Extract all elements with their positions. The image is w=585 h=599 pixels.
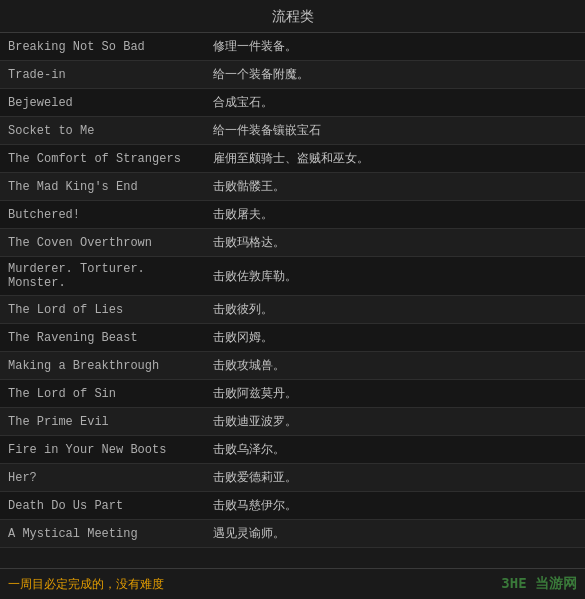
table-row: The Lord of Sin击败阿兹莫丹。 [0,380,585,408]
quest-desc: 给一个装备附魔。 [205,61,585,89]
table-row: The Lord of Lies击败彼列。 [0,296,585,324]
quest-desc: 击败彼列。 [205,296,585,324]
table-row: Butchered!击败屠夫。 [0,201,585,229]
quest-name: Murderer. Torturer. Monster. [0,257,205,296]
quest-name: The Lord of Sin [0,380,205,408]
quest-desc: 击败佐敦库勒。 [205,257,585,296]
table-header: 流程类 [0,0,585,33]
quest-name: The Coven Overthrown [0,229,205,257]
watermark: 3HE 当游网 [501,575,577,593]
quest-name: Bejeweled [0,89,205,117]
quest-name: Butchered! [0,201,205,229]
table-row: Making a Breakthrough击败攻城兽。 [0,352,585,380]
quest-desc: 击败冈姆。 [205,324,585,352]
table-row: The Prime Evil击败迪亚波罗。 [0,408,585,436]
quest-table: Breaking Not So Bad修理一件装备。Trade-in给一个装备附… [0,33,585,548]
table-row: Death Do Us Part击败马慈伊尔。 [0,492,585,520]
quest-name: Fire in Your New Boots [0,436,205,464]
quest-name: A Mystical Meeting [0,520,205,548]
quest-name: Her? [0,464,205,492]
table-row: The Coven Overthrown击败玛格达。 [0,229,585,257]
quest-desc: 给一件装备镶嵌宝石 [205,117,585,145]
quest-name: Death Do Us Part [0,492,205,520]
footer: 一周目必定完成的，没有难度 3HE 当游网 [0,568,585,599]
quest-name: Breaking Not So Bad [0,33,205,61]
quest-desc: 击败乌泽尔。 [205,436,585,464]
quest-desc: 击败骷髅王。 [205,173,585,201]
quest-desc: 雇佣至颇骑士、盗贼和巫女。 [205,145,585,173]
quest-desc: 遇见灵谕师。 [205,520,585,548]
quest-desc: 击败屠夫。 [205,201,585,229]
table-row: The Ravening Beast击败冈姆。 [0,324,585,352]
table-row: A Mystical Meeting遇见灵谕师。 [0,520,585,548]
quest-name: The Mad King's End [0,173,205,201]
quest-desc: 击败阿兹莫丹。 [205,380,585,408]
quest-desc: 击败马慈伊尔。 [205,492,585,520]
quest-name: Trade-in [0,61,205,89]
table-wrapper: Breaking Not So Bad修理一件装备。Trade-in给一个装备附… [0,33,585,568]
quest-name: The Prime Evil [0,408,205,436]
quest-desc: 击败玛格达。 [205,229,585,257]
quest-desc: 击败迪亚波罗。 [205,408,585,436]
table-row: The Comfort of Strangers雇佣至颇骑士、盗贼和巫女。 [0,145,585,173]
table-row: Bejeweled合成宝石。 [0,89,585,117]
header-title: 流程类 [272,8,314,24]
footer-note: 一周目必定完成的，没有难度 [8,576,164,593]
quest-name: The Ravening Beast [0,324,205,352]
main-container: 流程类 Breaking Not So Bad修理一件装备。Trade-in给一… [0,0,585,599]
quest-desc: 修理一件装备。 [205,33,585,61]
table-row: Fire in Your New Boots击败乌泽尔。 [0,436,585,464]
quest-name: Socket to Me [0,117,205,145]
quest-desc: 击败攻城兽。 [205,352,585,380]
quest-name: Making a Breakthrough [0,352,205,380]
table-row: The Mad King's End击败骷髅王。 [0,173,585,201]
quest-desc: 击败爱德莉亚。 [205,464,585,492]
quest-desc: 合成宝石。 [205,89,585,117]
table-row: Breaking Not So Bad修理一件装备。 [0,33,585,61]
quest-name: The Comfort of Strangers [0,145,205,173]
table-row: Socket to Me给一件装备镶嵌宝石 [0,117,585,145]
table-row: Trade-in给一个装备附魔。 [0,61,585,89]
quest-name: The Lord of Lies [0,296,205,324]
table-row: Murderer. Torturer. Monster.击败佐敦库勒。 [0,257,585,296]
table-row: Her?击败爱德莉亚。 [0,464,585,492]
